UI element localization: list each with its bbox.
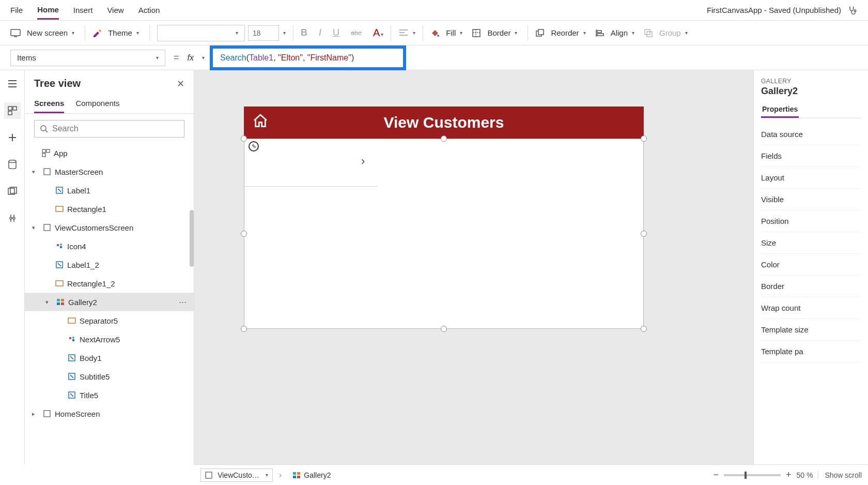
- tree-node-title5[interactable]: Title5: [25, 386, 194, 404]
- prop-wrap-count[interactable]: Wrap count: [761, 297, 861, 319]
- menu-view[interactable]: View: [107, 2, 123, 19]
- rail-insert[interactable]: [4, 129, 21, 146]
- property-selector[interactable]: Items▾: [10, 50, 165, 66]
- strikethrough-button[interactable]: abc: [351, 29, 362, 37]
- breadcrumb-control[interactable]: Gallery2: [288, 468, 335, 482]
- chevron-down-icon[interactable]: ▾: [45, 299, 53, 306]
- selection-handle[interactable]: [241, 231, 247, 237]
- border-button[interactable]: Border▾: [484, 26, 520, 39]
- rail-tree-view[interactable]: [4, 102, 21, 119]
- ribbon-toolbar: New screen▾ Theme▾ ▾ ▾ B I U abc A▾ ▾ Fi…: [0, 21, 868, 46]
- stethoscope-icon[interactable]: [847, 5, 858, 16]
- tree-node-gallery2[interactable]: ▾ Gallery2 ⋯: [25, 293, 194, 311]
- prop-template-size[interactable]: Template size: [761, 319, 861, 341]
- prop-fields[interactable]: Fields: [761, 145, 861, 167]
- home-icon[interactable]: [252, 113, 269, 129]
- more-icon[interactable]: ⋯: [179, 297, 188, 307]
- tree-node-homescreen[interactable]: ▸ HomeScreen: [25, 404, 194, 423]
- theme-button[interactable]: Theme▾: [105, 26, 142, 39]
- font-family-select[interactable]: ▾: [157, 25, 245, 41]
- control-name[interactable]: Gallery2: [761, 86, 861, 97]
- gallery-icon: [292, 472, 301, 479]
- close-icon[interactable]: ✕: [177, 78, 184, 89]
- tree-node-rectangle1[interactable]: Rectangle1: [25, 200, 194, 218]
- selection-handle[interactable]: [641, 135, 647, 142]
- tree-node-nextarrow5[interactable]: NextArrow5: [25, 330, 194, 348]
- prop-border[interactable]: Border: [761, 276, 861, 297]
- selection-handle[interactable]: [441, 135, 447, 142]
- tree-node-label1-2[interactable]: Label1_2: [25, 255, 194, 274]
- tree-node-label1[interactable]: Label1: [25, 181, 194, 200]
- rail-hamburger[interactable]: [4, 75, 21, 92]
- selection-handle[interactable]: [441, 326, 447, 332]
- properties-tab[interactable]: Properties: [761, 102, 799, 118]
- new-screen-button[interactable]: New screen▾: [24, 26, 78, 39]
- tab-screens[interactable]: Screens: [34, 95, 64, 113]
- prop-layout[interactable]: Layout: [761, 167, 861, 189]
- chevron-down-icon[interactable]: ▾: [32, 224, 39, 231]
- svg-rect-41: [297, 472, 300, 475]
- menu-home[interactable]: Home: [37, 1, 59, 20]
- chevron-down-icon[interactable]: ▾: [32, 169, 39, 175]
- tree-node-app[interactable]: App: [25, 144, 194, 162]
- tree-node-masterscreen[interactable]: ▾ MasterScreen: [25, 162, 194, 181]
- tree-view-panel: Tree view ✕ Screens Components Search Ap…: [25, 70, 194, 464]
- gallery-row[interactable]: ›: [244, 139, 378, 187]
- svg-rect-28: [56, 281, 63, 286]
- menu-bar: File Home Insert View Action FirstCanvas…: [0, 0, 868, 21]
- zoom-in-button[interactable]: +: [786, 469, 792, 480]
- underline-button[interactable]: U: [333, 27, 339, 38]
- tree-node-separator5[interactable]: Separator5: [25, 311, 194, 330]
- status-bar: ViewCusto…▾ › Gallery2 − + 50 % Show scr…: [194, 464, 868, 485]
- group-button[interactable]: Group▾: [656, 26, 691, 39]
- gallery-control[interactable]: ✎ ›: [244, 139, 644, 329]
- font-size-input[interactable]: [248, 25, 279, 41]
- rail-data[interactable]: [4, 156, 21, 173]
- svg-rect-33: [68, 318, 75, 323]
- tree-node-viewcustomers[interactable]: ▾ ViewCustomersScreen: [25, 218, 194, 237]
- prop-template-padding[interactable]: Template pa: [761, 341, 861, 362]
- tree-node-icon4[interactable]: Icon4: [25, 237, 194, 255]
- design-canvas[interactable]: View Customers ✎ ›: [194, 70, 753, 464]
- svg-rect-11: [13, 107, 17, 110]
- selection-handle[interactable]: [241, 135, 247, 142]
- prop-position[interactable]: Position: [761, 210, 861, 232]
- fill-button[interactable]: Fill▾: [443, 26, 466, 39]
- zoom-slider[interactable]: [724, 474, 781, 476]
- align-button[interactable]: Align▾: [608, 26, 638, 39]
- font-color-button[interactable]: A▾: [373, 27, 383, 39]
- screen-preview[interactable]: View Customers ✎ ›: [244, 107, 644, 329]
- svg-rect-21: [42, 154, 45, 157]
- menu-action[interactable]: Action: [138, 2, 160, 19]
- svg-rect-43: [297, 476, 300, 478]
- prop-visible[interactable]: Visible: [761, 189, 861, 210]
- chevron-right-icon[interactable]: ▸: [32, 411, 39, 417]
- prop-data-source[interactable]: Data source: [761, 124, 861, 145]
- formula-bar: Items▾ = fx▾ Search(Table1, "Elton", "Fi…: [0, 46, 868, 70]
- formula-input[interactable]: Search(Table1, "Elton", "FirstName"): [210, 49, 858, 67]
- prop-size[interactable]: Size: [761, 232, 861, 254]
- icon-control-icon: [67, 335, 76, 344]
- reorder-button[interactable]: Reorder▾: [548, 26, 588, 39]
- menu-file[interactable]: File: [10, 2, 23, 19]
- rail-media[interactable]: [4, 183, 21, 200]
- align-text-icon[interactable]: [398, 29, 409, 37]
- bold-button[interactable]: B: [301, 27, 307, 38]
- scrollbar-thumb[interactable]: [190, 210, 194, 267]
- italic-button[interactable]: I: [319, 27, 321, 38]
- search-input[interactable]: Search: [34, 120, 184, 138]
- zoom-out-button[interactable]: −: [713, 469, 719, 480]
- prop-color[interactable]: Color: [761, 254, 861, 276]
- svg-point-34: [72, 337, 74, 339]
- menu-insert[interactable]: Insert: [73, 2, 93, 19]
- rail-advanced[interactable]: [4, 210, 21, 226]
- selection-handle[interactable]: [641, 326, 647, 332]
- chevron-right-icon[interactable]: ›: [361, 155, 365, 168]
- tree-node-body1[interactable]: Body1: [25, 348, 194, 367]
- selection-handle[interactable]: [641, 231, 647, 237]
- tab-components[interactable]: Components: [75, 95, 119, 113]
- tree-node-rectangle1-2[interactable]: Rectangle1_2: [25, 274, 194, 293]
- tree-node-subtitle5[interactable]: Subtitle5: [25, 367, 194, 386]
- selection-handle[interactable]: [241, 326, 247, 332]
- breadcrumb-screen[interactable]: ViewCusto…▾: [200, 468, 273, 482]
